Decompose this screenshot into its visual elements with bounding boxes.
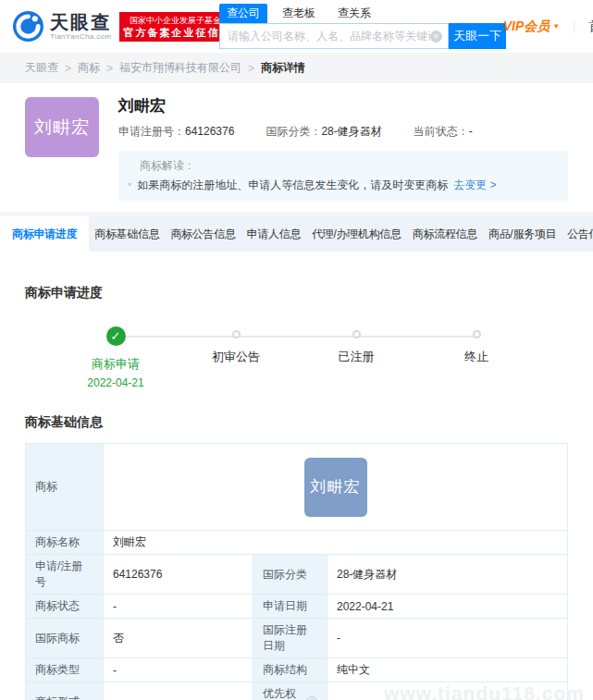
search-tab-查公司[interactable]: 查公司 [219, 4, 267, 23]
tianyancha-eye-icon [12, 10, 44, 43]
table-label-cell: 国际注册日期 [253, 619, 327, 657]
table-row: 申请/注册号64126376国际分类28-健身器材 [26, 555, 567, 595]
trademark-image-blue: 刘畊宏 [304, 458, 367, 517]
breadcrumb-separator: > [248, 62, 254, 75]
table-value-cell: - [327, 682, 567, 700]
tab-商品/服务项目[interactable]: 商品/服务项目 [483, 216, 562, 252]
table-value-cell: - [327, 619, 567, 657]
trademark-image-cell: 刘畊宏 [103, 444, 567, 530]
tab-商标申请进度[interactable]: 商标申请进度 [0, 216, 89, 252]
interpretation-heading: 商标解读： [140, 158, 559, 173]
summary-field: 当前状态：- [414, 124, 473, 140]
tab-商标公告信息[interactable]: 商标公告信息 [165, 216, 241, 252]
table-row: 商标状态-申请日期2022-04-21 [26, 595, 567, 619]
header-divider: ｜ [568, 18, 580, 35]
interpretation-line: • 如果商标的注册地址、申请人等信息发生变化，请及时变更商标 去变更 > [128, 178, 559, 192]
table-row: 商标形式-优先权日期?- [26, 682, 567, 700]
table-row: 商标类型-商标结构纯中文 [26, 658, 567, 682]
check-circle-icon: ✓ [106, 326, 126, 346]
table-value-cell: 64126376 [103, 555, 253, 594]
tab-商标流程信息[interactable]: 商标流程信息 [407, 216, 483, 252]
clear-icon[interactable]: × [430, 31, 442, 43]
go-change-link[interactable]: 去变更 > [453, 178, 496, 192]
breadcrumb-separator: > [106, 62, 113, 75]
step-label: 初审公告 [212, 349, 260, 365]
trademark-logo-purple: 刘畊宏 [25, 97, 99, 157]
search-tab-查关系[interactable]: 查关系 [330, 4, 378, 23]
pending-circle-icon [352, 330, 361, 338]
table-row: 商标刘畊宏 [26, 444, 567, 531]
summary-main: 刘畊宏 申请注册号：64126376国际分类：28-健身器材当前状态：- 商标解… [118, 97, 568, 201]
header-right: VIP会员 ▼ ｜ 首 [503, 0, 593, 53]
basic-info-section-title: 商标基础信息 [25, 390, 568, 431]
table-value-cell: - [103, 682, 253, 700]
brand-name: 天眼查 [50, 12, 112, 32]
table-label-cell: 商标形式 [26, 682, 103, 700]
table-label-cell: 商标结构 [253, 658, 327, 682]
step-label: 商标申请 [92, 356, 140, 373]
tab-公告信息[interactable]: 公告信息 [562, 216, 593, 252]
table-value-cell: - [103, 658, 253, 682]
tab-商标基础信息[interactable]: 商标基础信息 [89, 216, 165, 252]
search-tabs: 查公司查老板查关系 [219, 5, 506, 23]
search-input-wrap: × [219, 23, 449, 49]
table-label-cell: 商标名称 [26, 531, 103, 554]
field-label: 国际分类： [266, 125, 321, 138]
table-row: 商标名称刘畊宏 [26, 531, 567, 555]
pending-circle-icon [232, 330, 241, 338]
chevron-down-icon[interactable]: ▼ [552, 22, 560, 31]
table-label-cell: 申请/注册号 [26, 555, 103, 594]
search-tab-查老板[interactable]: 查老板 [275, 4, 323, 23]
table-label-cell: 国际分类 [253, 555, 327, 594]
step-label: 已注册 [339, 349, 375, 365]
summary-field: 申请注册号：64126376 [118, 124, 234, 140]
site-header: 天眼查 TianYanCha.com 国家中小企业发展子基金旗下 官方备案企业征… [0, 0, 593, 53]
interpretation-text: 如果商标的注册地址、申请人等信息发生变化，请及时变更商标 [137, 178, 448, 192]
trademark-summary-card: 刘畊宏 刘畊宏 申请注册号：64126376国际分类：28-健身器材当前状态：-… [0, 83, 593, 212]
table-label-cell: 优先权日期? [253, 682, 327, 700]
field-value: 28-健身器材 [321, 125, 381, 138]
table-value-cell: 2022-04-21 [327, 595, 567, 618]
basic-info-table: 商标刘畊宏商标名称刘畊宏申请/注册号64126376国际分类28-健身器材商标状… [25, 443, 568, 700]
breadcrumb-current: 商标详情 [261, 60, 305, 76]
table-row: 国际商标否国际注册日期- [26, 619, 567, 658]
search-input[interactable] [220, 30, 430, 43]
table-value-cell: - [103, 595, 253, 618]
breadcrumb-separator: > [65, 62, 71, 75]
progress-step-商标申请: ✓商标申请2022-04-21 [56, 326, 176, 390]
field-value: 64126376 [185, 125, 234, 138]
search-row: × 天眼一下 [219, 23, 506, 49]
progress-step-已注册: 已注册 [296, 326, 416, 390]
step-date: 2022-04-21 [87, 376, 143, 390]
pending-circle-icon [473, 330, 481, 338]
brand-domain: TianYanCha.com [50, 32, 112, 41]
summary-field: 国际分类：28-健身器材 [266, 124, 381, 140]
trademark-interpretation-box: 商标解读： • 如果商标的注册地址、申请人等信息发生变化，请及时变更商标 去变更… [118, 151, 568, 201]
search-button[interactable]: 天眼一下 [449, 23, 506, 49]
table-value-cell: 否 [103, 619, 253, 657]
main-content: 商标申请进度 ✓商标申请2022-04-21初审公告已注册终止 商标基础信息 商… [0, 252, 593, 700]
table-label-cell: 商标状态 [26, 595, 103, 618]
brand-text-block: 天眼查 TianYanCha.com [50, 12, 112, 41]
header-partial-item[interactable]: 首 [588, 18, 593, 35]
tab-申请人信息[interactable]: 申请人信息 [241, 216, 307, 252]
field-label: 申请注册号： [118, 125, 185, 138]
table-label-cell: 商标类型 [26, 658, 103, 682]
vip-member-link[interactable]: VIP会员 [503, 18, 550, 35]
bullet-icon: • [128, 178, 131, 192]
field-label: 当前状态： [414, 125, 469, 138]
tab-代理/办理机构信息[interactable]: 代理/办理机构信息 [306, 216, 407, 252]
summary-fields: 申请注册号：64126376国际分类：28-健身器材当前状态：- [118, 124, 568, 140]
progress-section-title: 商标申请进度 [25, 252, 568, 301]
progress-track: ✓商标申请2022-04-21初审公告已注册终止 [56, 326, 537, 390]
table-label-cell: 申请日期 [253, 595, 327, 618]
help-icon[interactable]: ? [306, 696, 317, 700]
table-value-cell: 28-健身器材 [327, 555, 567, 594]
breadcrumb-link[interactable]: 商标 [78, 60, 100, 76]
breadcrumb-link[interactable]: 福安市翔博科技有限公司 [119, 60, 241, 76]
table-label-cell: 国际商标 [26, 619, 103, 657]
breadcrumb-link[interactable]: 天眼查 [25, 60, 58, 76]
breadcrumb: 天眼查>商标>福安市翔博科技有限公司>商标详情 [0, 53, 593, 83]
table-value-cell: 刘畊宏 [103, 531, 567, 554]
tianyancha-logo[interactable]: 天眼查 TianYanCha.com [12, 10, 112, 43]
